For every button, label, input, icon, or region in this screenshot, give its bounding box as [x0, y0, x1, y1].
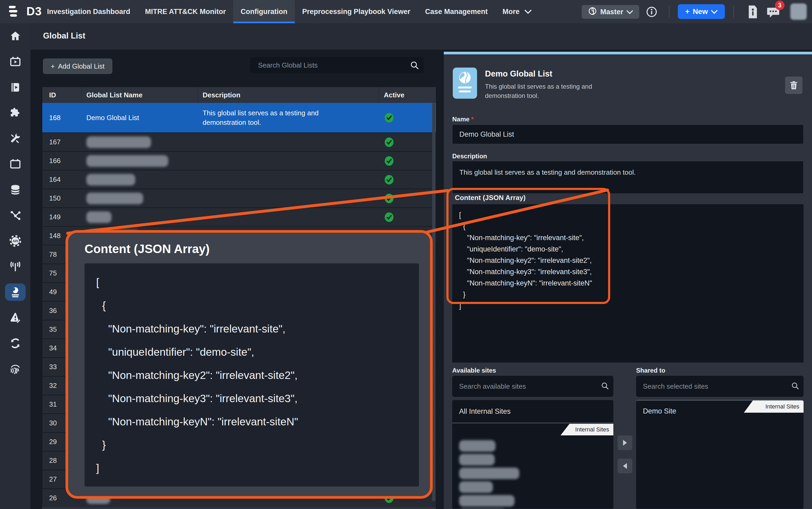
- release-notes-icon[interactable]: [747, 5, 759, 19]
- info-icon[interactable]: [646, 6, 657, 18]
- redacted-name-pill: [86, 211, 112, 223]
- sidebar-item-api-settings[interactable]: API: [0, 228, 30, 253]
- global-list-search: [250, 57, 424, 73]
- row-active-status: [379, 103, 436, 132]
- app-root: D3 Investigation Dashboard MITRE ATT&CK …: [0, 0, 812, 509]
- row-active-status: [379, 208, 436, 226]
- content-label: Content (JSON Array): [455, 194, 526, 202]
- row-id: 168: [42, 103, 82, 132]
- description-field[interactable]: This global list serves as a testing and…: [452, 161, 804, 194]
- environment-selector[interactable]: Master: [582, 5, 639, 19]
- redacted-site-item[interactable]: [459, 495, 514, 507]
- row-description: [198, 208, 379, 226]
- available-search-input[interactable]: [452, 376, 613, 397]
- table-row[interactable]: 168Demo Global ListThis global list serv…: [42, 103, 436, 133]
- row-name: [82, 152, 198, 170]
- move-left-button[interactable]: [618, 459, 632, 473]
- row-active-status: [379, 189, 436, 207]
- move-right-button[interactable]: [618, 435, 632, 450]
- user-avatar[interactable]: [790, 3, 807, 20]
- redacted-name-pill: [86, 193, 143, 204]
- globe-list-icon: [9, 286, 21, 298]
- table-row[interactable]: 166: [42, 152, 436, 170]
- table-row[interactable]: 167: [42, 133, 436, 152]
- search-input[interactable]: [250, 57, 424, 73]
- delete-button[interactable]: [785, 76, 803, 94]
- sidebar-item-alert-editor[interactable]: [0, 305, 30, 330]
- available-sites-list-items: [452, 423, 613, 509]
- sidebar-item-connections[interactable]: [0, 202, 30, 228]
- active-sidebar-highlight: [5, 283, 26, 301]
- icon-line: [458, 87, 472, 89]
- row-name: [82, 189, 198, 207]
- shared-sites-search: [636, 376, 804, 397]
- row-description: [198, 133, 379, 151]
- name-field[interactable]: [452, 125, 804, 144]
- sidebar-item-playbook-scheduler[interactable]: [0, 49, 30, 74]
- content-json-field[interactable]: [ { "Non-matching-key": "irrelevant-site…: [452, 204, 804, 363]
- sidebar-item-integrations[interactable]: [0, 100, 30, 126]
- search-icon[interactable]: [410, 60, 419, 71]
- sidebar-item-sync[interactable]: [0, 330, 30, 356]
- primary-nav: Investigation Dashboard MITRE ATT&CK Mon…: [40, 0, 539, 23]
- d3-logo[interactable]: D3: [9, 5, 42, 18]
- redacted-site-item[interactable]: [459, 454, 495, 466]
- name-label: Name*: [452, 115, 474, 123]
- nav-preprocessing-playbook-viewer[interactable]: Preprocessing Playbook Viewer: [295, 0, 417, 23]
- active-check-icon: [384, 137, 395, 148]
- available-sites-list[interactable]: All Internal Sites Internal Sites: [452, 400, 613, 509]
- redacted-site-item[interactable]: [459, 468, 519, 479]
- sidebar-item-data-ingestion[interactable]: [0, 253, 30, 279]
- nav-mitre-attck-monitor[interactable]: MITRE ATT&CK Monitor: [137, 0, 233, 23]
- shared-sites-list[interactable]: Demo Site Internal Sites: [636, 400, 804, 509]
- table-row[interactable]: 164: [42, 170, 436, 189]
- book-play-icon: [9, 81, 22, 93]
- table-row[interactable]: 149: [42, 208, 436, 227]
- row-description: This global list serves as a testing and…: [198, 103, 379, 132]
- new-button[interactable]: + New: [678, 4, 725, 19]
- column-header-name[interactable]: Global List Name: [82, 87, 198, 103]
- page-header-band: [30, 23, 812, 49]
- toolbar-divider: [733, 6, 734, 18]
- notification-count-badge: 3: [775, 1, 784, 10]
- tab-configuration[interactable]: Configuration: [233, 0, 295, 23]
- database-icon: [9, 184, 22, 196]
- detail-subtitle: This global list serves as a testing and…: [485, 82, 615, 100]
- nav-investigation-dashboard[interactable]: Investigation Dashboard: [40, 0, 137, 23]
- redacted-site-item[interactable]: [459, 481, 493, 493]
- sidebar-item-utility-tools[interactable]: [0, 126, 30, 151]
- add-global-list-button[interactable]: + Add Global List: [43, 59, 112, 74]
- detail-title: Demo Global List: [485, 69, 552, 79]
- row-id: 166: [42, 152, 82, 170]
- column-header-active[interactable]: Active: [379, 91, 436, 99]
- globe-icon: [458, 71, 472, 84]
- sidebar-item-playbook-library[interactable]: [0, 74, 30, 100]
- redacted-site-item[interactable]: [459, 440, 496, 452]
- table-row[interactable]: 150: [42, 189, 436, 208]
- row-name: [82, 170, 198, 189]
- chevron-down-icon: [525, 0, 531, 23]
- plus-icon: +: [51, 62, 55, 70]
- row-description: [198, 152, 379, 170]
- sidebar-item-home[interactable]: [0, 23, 30, 49]
- nav-more-menu[interactable]: More: [495, 0, 539, 23]
- redacted-name-pill: [86, 174, 135, 185]
- svg-text:API: API: [13, 239, 18, 243]
- sidebar-item-database[interactable]: [0, 177, 30, 202]
- list-item-all-internal-sites[interactable]: All Internal Sites: [452, 400, 613, 423]
- icon-line: [459, 91, 471, 92]
- column-header-description[interactable]: Description: [198, 87, 379, 103]
- nav-case-management[interactable]: Case Management: [417, 0, 495, 23]
- sidebar-item-event-calendar[interactable]: [0, 151, 30, 177]
- search-icon[interactable]: [791, 381, 799, 391]
- row-description: [198, 189, 379, 207]
- global-list-icon-card: [453, 68, 477, 99]
- search-icon[interactable]: [601, 381, 609, 391]
- share-nodes-icon: [9, 209, 22, 222]
- home-icon: [9, 30, 22, 42]
- shared-search-input[interactable]: [636, 376, 804, 397]
- column-header-id[interactable]: ID: [42, 87, 82, 103]
- sidebar-item-global-list[interactable]: [0, 279, 30, 305]
- globe-icon: [588, 7, 597, 18]
- sidebar-item-fingerprint[interactable]: [0, 356, 30, 381]
